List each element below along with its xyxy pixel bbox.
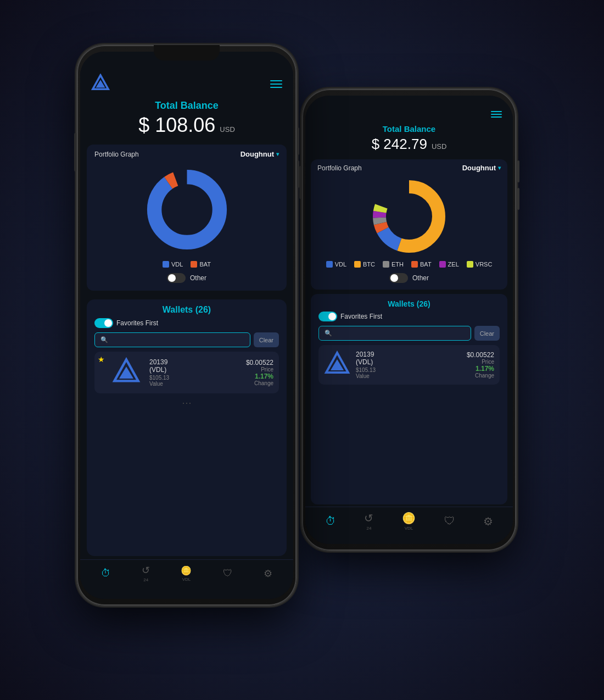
back-other-toggle[interactable] <box>389 273 408 283</box>
bat-label: BAT <box>420 261 432 268</box>
back-nav-settings[interactable]: ⚙ <box>483 515 493 528</box>
back-dropdown-arrow: ▾ <box>498 165 501 171</box>
dashboard-icon: ⏱ <box>325 515 336 527</box>
front-balance-title: Total Balance <box>91 100 282 112</box>
front-nav-settings[interactable]: ⚙ <box>264 568 272 580</box>
front-search-row: 🔍 Clear <box>94 332 279 347</box>
front-nav-vdl-label: VDL <box>182 577 191 582</box>
back-wallet-card[interactable]: 20139 (VDL) $105.13 Value <box>318 345 500 385</box>
front-wallet-value: $105.13 Value <box>149 375 241 387</box>
front-portfolio-header: Portfolio Graph Doughnut ▾ <box>94 150 279 158</box>
front-wallets-title: Wallets (26) <box>94 305 279 315</box>
svg-point-10 <box>154 177 220 242</box>
back-favorites-toggle[interactable] <box>318 312 337 321</box>
coin-icon: 🪙 <box>402 512 416 525</box>
back-portfolio-header: Portfolio Graph Doughnut ▾ <box>317 164 501 172</box>
back-balance-dollar: $ 242.79 <box>372 136 427 153</box>
front-settings-icon: ⚙ <box>264 568 272 580</box>
front-wallet-card-wrapper: ★ 20139 <box>94 352 279 393</box>
back-wallet-price: $0.00522 <box>467 351 494 359</box>
hamburger-line-3 <box>270 87 282 88</box>
back-favorites-label: Favorites First <box>340 313 382 320</box>
back-wallet-value: $105.13 Value <box>356 367 461 379</box>
front-logo-svg <box>91 74 110 92</box>
back-balance-currency: USD <box>432 142 446 151</box>
front-clear-button[interactable]: Clear <box>254 332 279 347</box>
back-favorites-row: Favorites First <box>318 312 500 321</box>
front-hamburger-icon[interactable] <box>270 80 282 88</box>
front-other-label: Other <box>190 274 206 282</box>
back-wallets-title: Wallets (26) <box>318 299 500 308</box>
back-clear-button[interactable]: Clear <box>474 326 500 341</box>
eth-dot <box>383 261 389 268</box>
front-other-toggle[interactable] <box>167 273 186 283</box>
back-balance-section: Total Balance $ 242.79 USD <box>305 122 513 157</box>
front-vol-up <box>297 127 299 155</box>
back-chart-type-label: Doughnut <box>462 164 496 172</box>
back-donut-container <box>317 175 501 258</box>
back-nav-dashboard[interactable]: ⏱ <box>325 515 336 527</box>
back-donut-chart <box>368 175 450 258</box>
hamburger-icon[interactable] <box>491 111 502 118</box>
front-legend-bat: BAT <box>191 261 211 268</box>
eth-label: ETH <box>392 261 404 268</box>
front-nav-vdl[interactable]: 🪙 VDL <box>181 565 192 582</box>
front-wallet-price-col: $0.00522 Price 1.17% Change <box>246 359 273 386</box>
front-nav-dashboard[interactable]: ⏱ <box>101 568 111 579</box>
back-screen-content: Total Balance $ 242.79 USD Portfolio Gra… <box>305 96 513 544</box>
front-donut-chart <box>142 164 232 255</box>
front-legend: VDL BAT <box>94 258 279 271</box>
vdl-dot <box>326 261 333 268</box>
front-favorites-label: Favorites First <box>116 319 158 327</box>
btc-dot <box>354 261 361 268</box>
back-nav-shield[interactable]: 🛡 <box>444 515 455 527</box>
back-wallet-price-label: Price <box>467 359 494 365</box>
phones-container: Total Balance $ 242.79 USD Portfolio Gra… <box>55 34 549 666</box>
front-bat-label: BAT <box>199 261 211 268</box>
front-favorites-toggle[interactable] <box>94 318 113 328</box>
back-other-row: Other <box>317 271 501 285</box>
back-legend: VDL BTC ETH BAT <box>317 258 501 271</box>
front-bottom-nav: ⏱ ↺ 24 🪙 VDL 🛡 ⚙ <box>80 559 293 599</box>
front-balance-dollar: $ 108.06 <box>138 114 215 137</box>
vol-down-button <box>517 188 519 210</box>
back-search-input[interactable]: 🔍 <box>318 326 471 341</box>
front-dashboard-icon: ⏱ <box>101 568 111 579</box>
front-nav-24h[interactable]: ↺ 24 <box>142 564 150 582</box>
front-wallet-name: 20139 (VDL) <box>149 358 241 374</box>
front-portfolio-label: Portfolio Graph <box>94 151 139 158</box>
back-nav-24h[interactable]: ↺ 24 <box>364 512 373 531</box>
front-donut-container <box>94 162 279 258</box>
front-favorites-row: Favorites First <box>94 318 279 328</box>
front-chart-type-selector[interactable]: Doughnut ▾ <box>241 150 279 158</box>
settings-icon: ⚙ <box>483 515 493 528</box>
front-bat-dot <box>191 261 197 268</box>
back-nav-vdl[interactable]: 🪙 VDL <box>402 512 416 531</box>
front-refresh-icon: ↺ <box>142 564 150 576</box>
back-phone-screen: Total Balance $ 242.79 USD Portfolio Gra… <box>305 96 513 544</box>
front-chart-type-label: Doughnut <box>241 150 274 158</box>
front-nav-shield[interactable]: 🛡 <box>223 568 233 579</box>
front-search-input[interactable]: 🔍 <box>94 332 250 347</box>
phone-back: Total Balance $ 242.79 USD Portfolio Gra… <box>302 89 516 551</box>
phone-front: Total Balance $ 108.06 USD Portfolio Gra… <box>77 45 297 605</box>
back-bottom-nav: ⏱ ↺ 24 🪙 VDL 🛡 ⚙ <box>305 507 513 544</box>
front-phone-notch <box>154 45 220 60</box>
front-star-icon[interactable]: ★ <box>98 355 105 364</box>
front-legend-vdl: VDL <box>163 261 183 268</box>
legend-bat: BAT <box>411 261 432 268</box>
back-wallet-change: 1.17% <box>467 365 494 373</box>
front-vdl-dot <box>163 261 169 268</box>
back-chart-type-selector[interactable]: Doughnut ▾ <box>462 164 501 172</box>
front-wallet-change-label: Change <box>246 380 273 386</box>
front-wallet-price-label: Price <box>246 366 273 373</box>
front-screen-content: Total Balance $ 108.06 USD Portfolio Gra… <box>80 52 293 599</box>
back-nav-vdl-label: VDL <box>405 526 413 531</box>
front-dropdown-arrow: ▾ <box>276 151 279 157</box>
legend-btc: BTC <box>354 261 375 268</box>
front-wallets-section: Wallets (26) Favorites First 🔍 Clear <box>87 299 287 556</box>
front-vdl-logo-svg <box>112 357 141 386</box>
vdl-logo-svg <box>324 351 350 377</box>
front-wallet-card[interactable]: 20139 (VDL) $105.13 Value <box>94 352 279 393</box>
front-vdl-label: VDL <box>171 261 183 268</box>
